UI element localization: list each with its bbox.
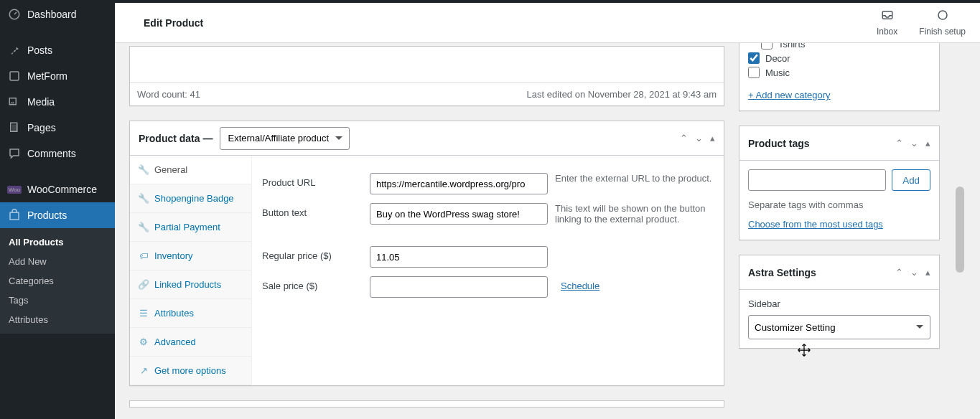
tab-partial-payment[interactable]: 🔧Partial Payment — [130, 213, 251, 242]
wrench-icon: 🔧 — [139, 222, 149, 232]
astra-sidebar-label: Sidebar — [748, 298, 930, 309]
caret-up-icon[interactable]: ▴ — [925, 138, 930, 149]
general-panel: Product URL Enter the external URL to th… — [252, 156, 724, 385]
sidebar-label: MetForm — [27, 70, 67, 82]
submenu-attributes[interactable]: Attributes — [0, 310, 115, 329]
product-data-heading: Product data — — [139, 133, 213, 144]
cat-music-label: Music — [765, 67, 790, 78]
astra-sidebar-select[interactable]: Customizer Setting — [748, 315, 930, 339]
sidebar-label: Posts — [27, 44, 52, 56]
sidebar-label: WooCommerce — [27, 184, 97, 195]
submenu-tags[interactable]: Tags — [0, 291, 115, 310]
cat-decor-label: Decor — [765, 53, 790, 64]
schedule-link[interactable]: Schedule — [561, 276, 599, 291]
button-text-help: This text will be shown on the button li… — [555, 203, 713, 225]
chevron-up-icon[interactable]: ⌃ — [895, 138, 903, 149]
woocommerce-icon: Woo — [7, 182, 22, 197]
description-editor-box: Word count: 41 Last edited on November 2… — [129, 46, 724, 106]
submenu-categories[interactable]: Categories — [0, 271, 115, 291]
page-title: Edit Product — [144, 17, 203, 29]
submenu-add-new[interactable]: Add New — [0, 252, 115, 271]
most-used-tags-link[interactable]: Choose from the most used tags — [748, 219, 883, 230]
tab-inventory[interactable]: 🏷Inventory — [130, 242, 251, 270]
dashboard-icon — [7, 7, 22, 22]
external-icon: ↗ — [139, 366, 149, 376]
cat-music-checkbox[interactable] — [748, 67, 760, 78]
chevron-down-icon[interactable]: ⌄ — [910, 138, 918, 149]
sidebar-item-pages[interactable]: Pages — [0, 115, 115, 141]
add-tag-button[interactable]: Add — [892, 169, 930, 191]
product-data-box: Product data — External/Affiliate produc… — [129, 121, 724, 386]
caret-up-icon[interactable]: ▴ — [710, 133, 715, 143]
tags-hint: Separate tags with commas — [739, 199, 939, 219]
tags-input[interactable] — [748, 169, 886, 191]
tab-linked-products[interactable]: 🔗Linked Products — [130, 270, 251, 299]
cat-tshirts-label: Tshirts — [778, 43, 806, 50]
tag-icon: 🏷 — [139, 251, 149, 261]
tab-general[interactable]: 🔧General — [130, 156, 251, 184]
link-icon: 🔗 — [139, 280, 149, 290]
sidebar-label: Dashboard — [27, 9, 77, 20]
sidebar-item-woocommerce[interactable]: Woo WooCommerce — [0, 176, 115, 202]
chevron-up-icon[interactable]: ⌃ — [895, 267, 903, 278]
chevron-down-icon[interactable]: ⌄ — [910, 267, 918, 278]
product-data-tabs: 🔧General 🔧Shopengine Badge 🔧Partial Paym… — [130, 156, 252, 385]
tab-get-more-options[interactable]: ↗Get more options — [130, 357, 251, 385]
pin-icon — [7, 43, 22, 57]
product-type-select[interactable]: External/Affiliate product — [220, 127, 350, 150]
products-submenu: All Products Add New Categories Tags Att… — [0, 228, 115, 334]
last-edited: Last edited on November 28, 2021 at 9:43… — [526, 89, 717, 100]
finish-setup-button[interactable]: Finish setup — [919, 9, 966, 37]
svg-point-7 — [938, 11, 947, 19]
sidebar-label: Products — [27, 210, 67, 221]
sidebar-item-posts[interactable]: Posts — [0, 37, 115, 63]
astra-settings-box: Astra Settings ⌃ ⌄ ▴ Sidebar Customizer … — [739, 255, 940, 349]
product-url-label: Product URL — [262, 173, 363, 188]
comments-icon — [7, 146, 22, 161]
scrollbar[interactable] — [954, 43, 966, 419]
svg-rect-4 — [12, 125, 18, 133]
tab-attributes[interactable]: ☰Attributes — [130, 299, 251, 328]
circle-icon — [936, 9, 949, 24]
sidebar-item-metform[interactable]: MetForm — [0, 63, 115, 89]
sale-price-label: Sale price ($) — [262, 276, 363, 291]
products-icon — [7, 208, 22, 222]
admin-sidebar: Dashboard Posts MetForm Media Pages Comm… — [0, 0, 115, 419]
inbox-icon — [881, 9, 894, 24]
product-url-help: Enter the external URL to the product. — [555, 173, 713, 184]
tab-shopengine-badge[interactable]: 🔧Shopengine Badge — [130, 184, 251, 213]
button-text-input[interactable] — [370, 203, 548, 225]
gear-icon: ⚙ — [139, 337, 149, 347]
product-url-input[interactable] — [370, 173, 548, 194]
regular-price-label: Regular price ($) — [262, 246, 363, 261]
metform-icon — [7, 69, 22, 83]
sidebar-item-dashboard[interactable]: Dashboard — [0, 1, 115, 27]
chevron-up-icon[interactable]: ⌃ — [680, 133, 688, 143]
finish-setup-label: Finish setup — [919, 27, 966, 37]
chevron-down-icon[interactable]: ⌄ — [695, 133, 703, 143]
astra-heading: Astra Settings — [748, 267, 816, 278]
topbar: Edit Product Inbox Finish setup — [115, 3, 980, 43]
cat-tshirts-checkbox[interactable] — [761, 43, 773, 50]
button-text-label: Button text — [262, 203, 363, 218]
regular-price-input[interactable] — [370, 246, 548, 268]
submenu-all-products[interactable]: All Products — [0, 232, 115, 252]
pages-icon — [7, 121, 22, 135]
word-count: Word count: 41 — [137, 89, 200, 100]
sidebar-item-media[interactable]: Media — [0, 89, 115, 115]
svg-rect-5 — [10, 212, 19, 220]
media-icon — [7, 95, 22, 109]
product-categories-box: Clothing Accessories Hoodies Tshirts Dec… — [739, 43, 940, 111]
sale-price-input[interactable] — [370, 276, 548, 298]
sidebar-item-comments[interactable]: Comments — [0, 141, 115, 166]
inbox-button[interactable]: Inbox — [877, 9, 897, 37]
caret-up-icon[interactable]: ▴ — [925, 267, 930, 278]
sidebar-item-products[interactable]: Products — [0, 202, 115, 228]
tab-advanced[interactable]: ⚙Advanced — [130, 328, 251, 357]
sidebar-label: Comments — [27, 148, 76, 159]
scrollbar-thumb[interactable] — [956, 187, 964, 273]
cat-decor-checkbox[interactable] — [748, 52, 760, 64]
add-new-category-link[interactable]: + Add new category — [748, 90, 831, 100]
wrench-icon: 🔧 — [139, 194, 149, 204]
product-tags-box: Product tags ⌃ ⌄ ▴ Add Separate tags wit… — [739, 126, 940, 240]
